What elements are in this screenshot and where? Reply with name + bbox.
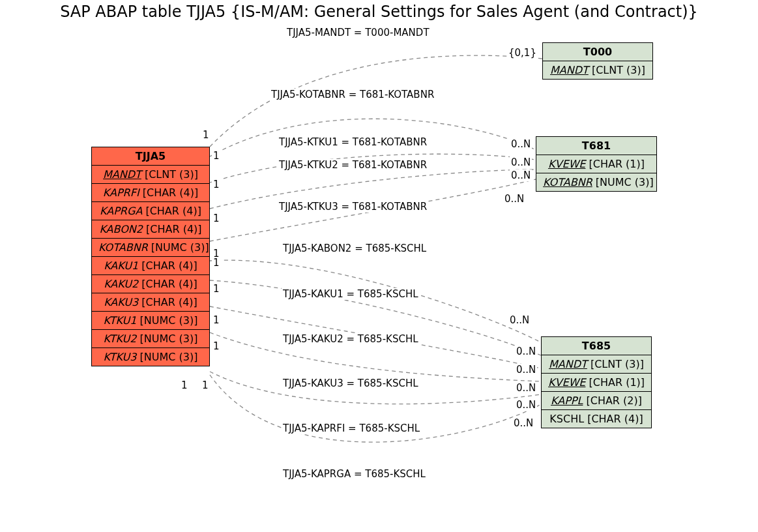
field-kaku2: KAKU2 [CHAR (4)] xyxy=(92,275,209,293)
field-t681-kotabnr: KOTABNR [NUMC (3)] xyxy=(536,173,656,191)
rel-kaprfi: TJJA5-KAPRFI = T685-KSCHL xyxy=(282,422,421,434)
rel-kaku1: TJJA5-KAKU1 = T685-KSCHL xyxy=(282,288,420,300)
card-4-right: 0..N xyxy=(510,170,532,181)
card-11-right: 0..N xyxy=(512,417,534,429)
field-t685-mandt: MANDT [CLNT (3)] xyxy=(542,355,651,374)
card-3-left: 1 xyxy=(212,179,221,190)
card-2-left: 1 xyxy=(212,150,221,162)
field-t685-kvewe: KVEWE [CHAR (1)] xyxy=(542,374,651,392)
card-9-right: 0..N xyxy=(515,382,537,394)
card-10-left: 1 xyxy=(180,379,189,391)
card-2-right: 0..N xyxy=(510,138,532,150)
field-kaku3: KAKU3 [CHAR (4)] xyxy=(92,293,209,312)
card-8-right: 0..N xyxy=(515,364,537,376)
entity-t685: T685 MANDT [CLNT (3)] KVEWE [CHAR (1)] K… xyxy=(541,336,652,428)
rel-mandt: TJJA5-MANDT = T000-MANDT xyxy=(285,27,431,38)
card-7-right: 0..N xyxy=(515,346,537,357)
field-mandt: MANDT [CLNT (3)] xyxy=(92,166,209,184)
field-kabon2: KABON2 [CHAR (4)] xyxy=(92,220,209,239)
card-3-right: 0..N xyxy=(510,156,532,168)
rel-kaprga: TJJA5-KAPRGA = T685-KSCHL xyxy=(282,468,427,480)
rel-kaku3: TJJA5-KAKU3 = T685-KSCHL xyxy=(282,377,420,389)
field-ktku1: KTKU1 [NUMC (3)] xyxy=(92,312,209,330)
card-9-left: 1 xyxy=(212,340,221,352)
card-4-left: 1 xyxy=(212,213,221,224)
rel-kaku2: TJJA5-KAKU2 = T685-KSCHL xyxy=(282,333,420,345)
rel-ktku2: TJJA5-KTKU2 = T681-KOTABNR xyxy=(278,159,428,171)
field-ktku2: KTKU2 [NUMC (3)] xyxy=(92,330,209,348)
entity-t685-header: T685 xyxy=(542,337,651,355)
field-kotabnr: KOTABNR [NUMC (3)] xyxy=(92,239,209,257)
card-5-right: 0..N xyxy=(503,193,525,205)
field-t685-kappl: KAPPL [CHAR (2)] xyxy=(542,392,651,410)
field-t681-kvewe: KVEWE [CHAR (1)] xyxy=(536,155,656,173)
card-10-right: 0..N xyxy=(515,399,537,411)
card-8-left: 1 xyxy=(212,314,221,326)
entity-t681: T681 KVEWE [CHAR (1)] KOTABNR [NUMC (3)] xyxy=(536,136,657,192)
card-1-right: {0,1} xyxy=(507,47,538,59)
field-kaku1: KAKU1 [CHAR (4)] xyxy=(92,257,209,275)
rel-kabon2: TJJA5-KABON2 = T685-KSCHL xyxy=(282,243,428,254)
card-6-right: 0..N xyxy=(508,314,531,326)
field-t685-kschl: KSCHL [CHAR (4)] xyxy=(542,410,651,428)
entity-t681-header: T681 xyxy=(536,137,656,155)
entity-t000: T000 MANDT [CLNT (3)] xyxy=(542,42,653,80)
field-kaprfi: KAPRFI [CHAR (4)] xyxy=(92,184,209,202)
card-1-left: 1 xyxy=(201,129,211,141)
rel-ktku1: TJJA5-KTKU1 = T681-KOTABNR xyxy=(278,136,428,148)
card-11-left: 1 xyxy=(201,379,210,391)
entity-tjja5: TJJA5 MANDT [CLNT (3)] KAPRFI [CHAR (4)]… xyxy=(91,147,210,366)
rel-kotabnr: TJJA5-KOTABNR = T681-KOTABNR xyxy=(270,89,435,100)
entity-tjja5-header: TJJA5 xyxy=(92,147,209,166)
field-ktku3: KTKU3 [NUMC (3)] xyxy=(92,348,209,366)
entity-t000-header: T000 xyxy=(543,43,652,61)
field-t000-mandt: MANDT [CLNT (3)] xyxy=(543,61,652,79)
rel-ktku3: TJJA5-KTKU3 = T681-KOTABNR xyxy=(278,201,428,213)
card-7-left: 1 xyxy=(212,283,221,295)
card-6-left: 1 xyxy=(212,257,221,269)
diagram-title: SAP ABAP table TJJA5 {IS-M/AM: General S… xyxy=(0,3,758,21)
field-kaprga: KAPRGA [CHAR (4)] xyxy=(92,202,209,220)
